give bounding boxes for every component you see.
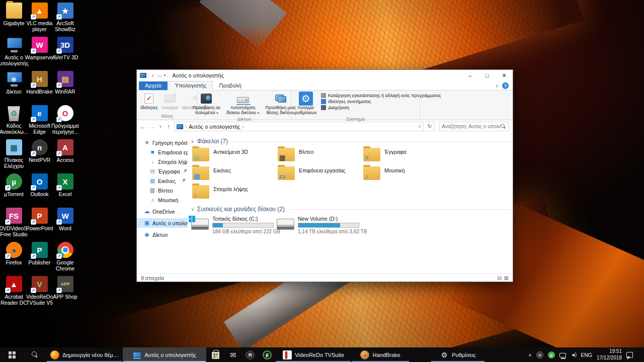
taskbar-button-nextpvr[interactable]: n bbox=[242, 347, 259, 362]
desktop-icon-firefox[interactable]: ●↗Firefox bbox=[0, 242, 28, 276]
start-button[interactable] bbox=[0, 347, 23, 362]
sidebar-item-this-pc[interactable]: ▣Αυτός ο υπολογιστής bbox=[137, 218, 188, 228]
taskbar-button-settings-window[interactable]: ⚙Ρυθμίσεις bbox=[431, 347, 485, 362]
breadcrumb-item[interactable]: Αυτός ο υπολογιστής bbox=[189, 124, 240, 130]
desktop-icon-word[interactable]: W↗Word bbox=[51, 208, 79, 242]
desktop-icon-nextpvr[interactable]: n↗NextPVR bbox=[26, 139, 54, 173]
desktop-icon-arcsoft-showbiz[interactable]: ★↗ArcSoft ShowBiz bbox=[51, 3, 79, 37]
taskbar-button-handbrake-window[interactable]: ▲HandBrake bbox=[351, 347, 410, 362]
desktop-icon-utorrent[interactable]: µ↗μTorrent bbox=[0, 173, 28, 208]
folder-tile-music[interactable]: ♪Μουσική bbox=[362, 165, 448, 184]
properties-icon[interactable]: ✓ bbox=[151, 73, 155, 78]
desktop-icon-winrar[interactable]: ▤↗WinRAR bbox=[51, 71, 79, 105]
desktop-icon-excel[interactable]: X↗Excel bbox=[51, 173, 79, 208]
map-network-drive-button[interactable]: Αντιστοίχιση δίσκου δικτύου ▾ bbox=[225, 92, 261, 116]
search-input[interactable] bbox=[442, 124, 501, 129]
sidebar-item-pictures[interactable]: ▩Εικόνες bbox=[137, 176, 188, 186]
network-tray-icon[interactable] bbox=[559, 353, 566, 357]
section-header-folders[interactable]: ∨ Φάκελοι (7) bbox=[191, 138, 511, 145]
folder-tile-documents[interactable]: ≡Έγγραφα bbox=[362, 147, 448, 165]
breadcrumb[interactable]: › Αυτός ο υπολογιστής › ∨ bbox=[174, 122, 424, 131]
recent-locations-icon[interactable]: ∨ bbox=[158, 124, 163, 129]
tab-view[interactable]: Προβολή bbox=[213, 81, 247, 90]
section-collapse-icon[interactable]: ∨ bbox=[191, 139, 194, 144]
desktop-icon-google-chrome[interactable]: ↗Google Chrome bbox=[51, 242, 79, 276]
desktop-icon-control-panel[interactable]: ▦Πίνακας Ελέγχου bbox=[0, 139, 28, 173]
properties-button[interactable]: ✓ Ιδιότητες bbox=[139, 92, 159, 111]
desktop-icon-free-studio[interactable]: FS↗DVDVideoS... Free Studio bbox=[0, 208, 28, 242]
address-dropdown-icon[interactable]: ∨ bbox=[418, 124, 421, 129]
thumbnails-view-icon[interactable]: ▦ bbox=[504, 275, 509, 281]
minimize-button[interactable]: – bbox=[461, 70, 478, 81]
drive-tile-new-volume-d[interactable]: New Volume (D:)1,14 TB ελεύθερα από 3,63… bbox=[277, 215, 362, 236]
sidebar-item-desktop[interactable]: ■Επιφάνεια εργασ bbox=[137, 147, 188, 157]
folder-tile-downloads[interactable]: ↓Στοιχεία λήψης bbox=[191, 184, 277, 203]
folder-tile-pictures[interactable]: ▩Εικόνες bbox=[191, 165, 277, 184]
sidebar-item-downloads[interactable]: ↓Στοιχεία λήψης bbox=[137, 157, 188, 166]
utorrent-tray-icon[interactable]: µ bbox=[548, 351, 555, 358]
taskbar-button-videoredo-window[interactable]: ▌VideoReDo TVSuite bbox=[276, 347, 351, 362]
documents-overlay-icon: ≡ bbox=[365, 154, 369, 161]
title-bar[interactable]: ✓ ▭ ▾ Αυτός ο υπολογιστής – □ ✕ bbox=[137, 70, 513, 81]
desktop-icon-handbrake[interactable]: H↗HandBrake bbox=[26, 71, 54, 105]
sidebar-item-network[interactable]: ◉Δίκτυο bbox=[137, 230, 188, 239]
desktop-icon-gigabyte[interactable]: Gigabyte bbox=[0, 3, 28, 37]
forward-button[interactable]: → bbox=[148, 123, 156, 130]
desktop-icon-access[interactable]: A↗Access bbox=[51, 139, 79, 173]
open-button[interactable]: Άνοιγμα bbox=[160, 92, 180, 111]
desktop-icon-network[interactable]: ◉Δίκτυο bbox=[0, 71, 28, 105]
desktop-icon-acrobat-reader-dc[interactable]: ▲↗Acrobat Reader DC bbox=[0, 276, 28, 310]
tray-overflow-icon[interactable]: ∧ bbox=[528, 352, 532, 357]
tab-computer[interactable]: Υπολογιστής bbox=[169, 81, 213, 90]
desktop-icon-microsoft-edge[interactable]: e↗Microsoft Edge bbox=[26, 105, 54, 139]
sidebar-item-documents[interactable]: ▤Έγγραφα bbox=[137, 166, 188, 176]
desktop-icon-recycle-bin[interactable]: ♻Κάδος Ανακύκλω... bbox=[0, 105, 28, 139]
desktop-icon-outlook[interactable]: O↗Outlook bbox=[26, 173, 54, 208]
details-view-icon[interactable]: ▤ bbox=[497, 275, 502, 281]
taskbar-button-firefox-window[interactable]: Δημιουργία νέου θέματος - Inso... bbox=[46, 347, 123, 362]
access-media-button[interactable]: Πρόσβαση σε πολυμέσα ▾ bbox=[191, 92, 222, 116]
nextpvr-tray-icon[interactable]: n bbox=[536, 351, 543, 358]
section-collapse-icon[interactable]: ∨ bbox=[191, 207, 194, 212]
up-button[interactable]: ↑ bbox=[165, 123, 173, 130]
section-header-drives[interactable]: ∨ Συσκευές και μονάδες δίσκου (2) bbox=[191, 206, 511, 213]
qat-dropdown-icon[interactable]: ▾ bbox=[164, 73, 166, 77]
action-center-icon[interactable] bbox=[626, 352, 633, 358]
mail-icon: ✉ bbox=[228, 350, 237, 359]
sidebar-item-quick-access[interactable]: ★Γρήγορη πρόσβαση bbox=[137, 138, 188, 147]
search-box[interactable] bbox=[439, 122, 509, 131]
taskbar-button-explorer-window[interactable]: Αυτός ο υπολογιστής bbox=[123, 347, 206, 362]
desktop-icon-publisher[interactable]: P↗Publisher bbox=[26, 242, 54, 276]
collapse-ribbon-icon[interactable]: ∧ bbox=[495, 83, 499, 88]
close-button[interactable]: ✕ bbox=[496, 70, 513, 81]
clock[interactable]: 19:51 17/12/2018 bbox=[597, 348, 622, 361]
folder-tile-objects-3d[interactable]: ◇Αντικείμενα 3D bbox=[191, 147, 277, 165]
taskbar-button-utorrent[interactable]: µ bbox=[259, 347, 276, 362]
tab-file[interactable]: Αρχείο bbox=[139, 81, 168, 90]
desktop-icon-powerpoint[interactable]: P↗PowerPoint bbox=[26, 208, 54, 242]
refresh-button[interactable]: ↻ bbox=[425, 122, 435, 131]
new-folder-icon[interactable]: ▭ bbox=[157, 73, 162, 78]
desktop-icon-videoredo-tvsuite[interactable]: V↗VideoReDo TVSuite V5 bbox=[26, 276, 54, 310]
sidebar-item-music[interactable]: ♪Μουσική bbox=[137, 195, 188, 205]
sidebar-item-videos[interactable]: ▥Βίντεο bbox=[137, 186, 188, 195]
sidebar-item-onedrive[interactable]: ☁OneDrive bbox=[137, 207, 188, 216]
folder-tile-desktop[interactable]: ▭Επιφάνεια εργασίας bbox=[277, 165, 362, 184]
desktop-icon-vlc-media-player[interactable]: ▲↗VLC media player bbox=[26, 3, 54, 37]
folder-tile-videos[interactable]: ▥Βίντεο bbox=[277, 147, 362, 165]
help-icon[interactable]: ? bbox=[502, 82, 509, 89]
drive-tile-local-disk-c[interactable]: Τοπικός δίσκος (C:)184 GB ελεύθερα από 2… bbox=[191, 215, 277, 236]
desktop-icon-opera-browser[interactable]: O↗Πρόγραμμα περιήγησ... bbox=[51, 105, 79, 139]
taskbar-search-button[interactable] bbox=[23, 347, 46, 362]
volume-tray-icon[interactable]: ◄) bbox=[571, 352, 576, 357]
language-indicator[interactable]: ENG bbox=[581, 352, 592, 358]
open-settings-button[interactable]: ⚙ Άνοιγμα ρυθμίσεων bbox=[293, 92, 318, 116]
desktop-icon-app-shop[interactable]: APP↗APP Shop bbox=[51, 276, 79, 310]
taskbar-button-store[interactable] bbox=[206, 347, 224, 362]
taskbar-button-mail[interactable]: ✉ bbox=[224, 347, 242, 362]
desktop-icon-this-pc[interactable]: Αυτός ο υπολογιστής bbox=[0, 37, 28, 71]
desktop-icon-wampserver[interactable]: W↗Wampserve... bbox=[26, 37, 54, 71]
desktop-icon-avertv-3d[interactable]: 3D↗AVerTV 3D bbox=[51, 37, 79, 71]
back-button[interactable]: ← bbox=[139, 123, 147, 130]
maximize-button[interactable]: □ bbox=[478, 70, 496, 81]
